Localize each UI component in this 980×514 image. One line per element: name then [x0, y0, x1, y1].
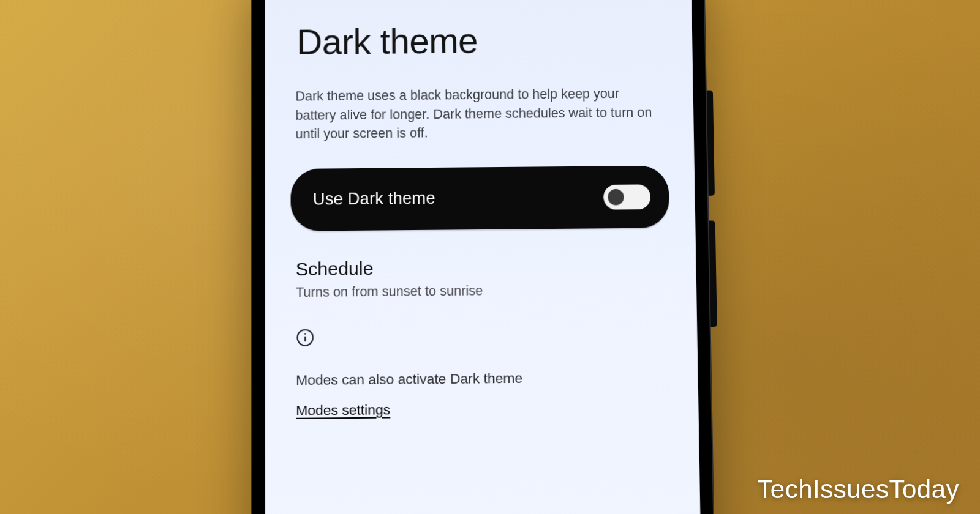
phone-screen: Dark theme Dark theme uses a black backg… — [265, 0, 701, 514]
schedule-title: Schedule — [296, 255, 665, 280]
use-dark-theme-toggle-row[interactable]: Use Dark theme — [290, 165, 669, 231]
use-dark-theme-label: Use Dark theme — [313, 189, 435, 209]
info-icon — [296, 328, 315, 347]
page-description: Dark theme uses a black background to he… — [294, 84, 664, 144]
info-block: Modes can also activate Dark theme Modes… — [295, 325, 669, 419]
modes-settings-link[interactable]: Modes settings — [296, 401, 390, 419]
schedule-row[interactable]: Schedule Turns on from sunset to sunrise — [295, 255, 667, 300]
page-title: Dark theme — [296, 18, 663, 62]
info-text: Modes can also activate Dark theme — [296, 369, 667, 389]
use-dark-theme-switch[interactable] — [603, 184, 650, 209]
settings-content: Dark theme Dark theme uses a black backg… — [265, 0, 699, 444]
switch-knob — [608, 188, 624, 205]
svg-point-2 — [304, 333, 306, 334]
schedule-subtitle: Turns on from sunset to sunrise — [296, 281, 666, 300]
phone-frame: Dark theme Dark theme uses a black backg… — [251, 0, 715, 514]
watermark-text: TechIssuesToday — [757, 475, 959, 504]
